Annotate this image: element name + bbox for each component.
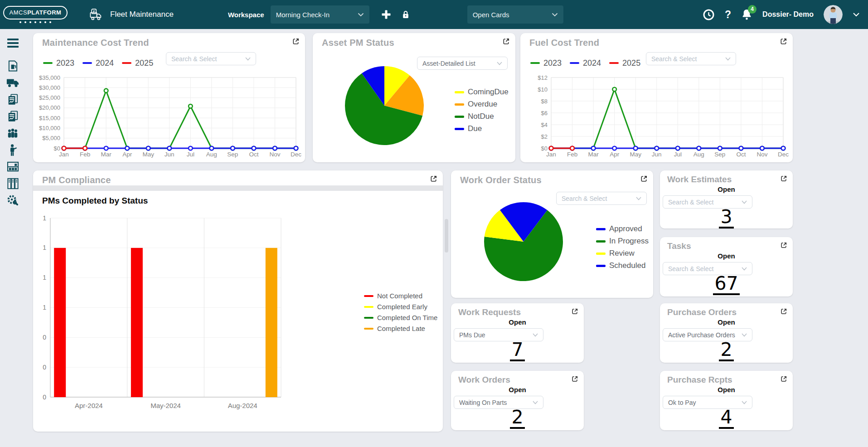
sidebar-icon-list	[6, 60, 19, 206]
legend-item[interactable]: Approved	[596, 224, 649, 233]
personnel-icon[interactable]	[6, 127, 19, 139]
legend-item[interactable]: 2023	[530, 58, 562, 68]
card-purchase-orders: Purchase Orders Open Active Purchase Ord…	[660, 303, 793, 363]
expand-icon[interactable]	[780, 175, 787, 182]
legend-item[interactable]: 2024	[570, 58, 601, 68]
legend-item[interactable]: Due	[455, 124, 509, 133]
status-label: Open	[660, 318, 793, 326]
work-estimates-filter-select[interactable]: Search & Select	[663, 195, 752, 209]
help-icon[interactable]: ?	[725, 9, 731, 21]
expand-icon[interactable]	[292, 38, 300, 45]
legend-swatch	[596, 240, 606, 243]
legend-swatch	[122, 62, 131, 64]
vertical-scrollbar-thumb[interactable]	[445, 219, 448, 253]
work-orders-count-link[interactable]: 2	[510, 408, 524, 429]
user-name[interactable]: Dossier- Demo	[762, 10, 814, 19]
purchase-rcpts-count-link[interactable]: 4	[719, 408, 733, 429]
asset-pm-status-chart[interactable]	[344, 66, 424, 146]
maintenance-cost-trend-chart[interactable]: JanFebMarAprMayJunJulAugSepOctNovDec$35,…	[37, 73, 301, 159]
svg-text:Aug: Aug	[206, 151, 217, 158]
work-requests-count-link[interactable]: 7	[510, 340, 524, 361]
work-orders-filter-select[interactable]: Waiting On Parts	[454, 396, 543, 409]
legend-label: Overdue	[468, 100, 497, 109]
menu-icon[interactable]	[7, 38, 19, 48]
chevron-down-icon	[497, 62, 502, 65]
chevron-down-icon	[552, 13, 558, 17]
legend-item[interactable]: Overdue	[455, 100, 509, 109]
pms-completed-by-status-chart[interactable]: 1111000Apr-2024May-2024Aug-2024	[38, 214, 285, 415]
work-request-report-icon[interactable]	[7, 110, 19, 122]
legend-item[interactable]: 2024	[82, 58, 114, 68]
notifications-bell-icon[interactable]: 4	[741, 9, 752, 21]
svg-text:$8: $8	[541, 98, 548, 105]
avatar[interactable]	[824, 5, 843, 24]
select-value: PMs Due	[459, 331, 485, 339]
legend-item[interactable]: Review	[596, 249, 649, 258]
lock-icon[interactable]	[401, 9, 410, 20]
expand-icon[interactable]	[571, 375, 578, 383]
legend-item[interactable]: Completed Early	[364, 303, 437, 311]
expand-icon[interactable]	[502, 38, 510, 45]
legend-item[interactable]: Completed On Time	[364, 314, 437, 321]
technician-icon[interactable]	[8, 144, 17, 156]
legend-swatch	[82, 62, 92, 64]
work-estimates-count-link[interactable]: 3	[719, 208, 733, 228]
asset-pm-filter-select[interactable]: Asset-Detailed List	[417, 57, 508, 70]
work-order-report-icon[interactable]	[7, 93, 19, 106]
svg-text:$25,000: $25,000	[39, 94, 60, 101]
select-value: Waiting On Parts	[459, 399, 507, 406]
legend-item[interactable]: Completed Late	[364, 325, 437, 332]
expand-icon[interactable]	[640, 175, 648, 183]
workspace-select[interactable]: Morning Check-In	[271, 5, 369, 24]
select-value: Asset-Detailed List	[422, 60, 475, 67]
legend-label: In Progress	[609, 237, 649, 246]
fuel-cost-trend-chart[interactable]: JanFebMarAprMayJunJulAugSepOctNovDec$12$…	[524, 73, 789, 159]
work-requests-filter-select[interactable]: PMs Due	[454, 328, 543, 341]
legend-swatch	[596, 253, 606, 255]
card-purchase-rcpts: Purchase Rcpts Open Ok to Pay 4	[660, 371, 793, 430]
parts-shelf-icon[interactable]	[7, 160, 19, 173]
legend-item[interactable]: In Progress	[596, 237, 649, 246]
fuel-filter-select[interactable]: Search & Select	[646, 52, 736, 65]
legend-item[interactable]: 2025	[609, 58, 640, 68]
open-cards-select[interactable]: Open Cards	[467, 5, 563, 24]
legend-item[interactable]: NotDue	[455, 112, 509, 121]
expand-icon[interactable]	[780, 308, 787, 315]
amcs-platform-logo[interactable]: AMCSPLATFORM	[6, 6, 64, 23]
fuel-card-icon[interactable]	[7, 60, 19, 72]
expand-icon[interactable]	[780, 242, 787, 249]
work-order-status-chart[interactable]	[484, 202, 563, 282]
expand-icon[interactable]	[430, 175, 437, 183]
storage-cabinets-icon[interactable]	[7, 177, 19, 189]
expand-icon[interactable]	[780, 38, 787, 45]
svg-text:Feb: Feb	[567, 151, 577, 158]
shop-settings-icon[interactable]	[6, 194, 19, 206]
chevron-down-icon	[533, 333, 538, 337]
card-work-orders: Work Orders Open Waiting On Parts 2	[451, 371, 584, 430]
expand-icon[interactable]	[571, 308, 578, 315]
svg-text:Dec: Dec	[291, 151, 301, 158]
purchase-rcpts-filter-select[interactable]: Ok to Pay	[663, 396, 752, 409]
tasks-filter-select[interactable]: Search & Select	[663, 262, 752, 275]
legend-item[interactable]: ComingDue	[455, 87, 509, 97]
legend-item[interactable]: 2023	[43, 58, 74, 68]
add-workspace-button[interactable]	[381, 10, 391, 19]
svg-text:Jun: Jun	[165, 151, 175, 158]
legend-item[interactable]: Scheduled	[596, 261, 649, 270]
user-menu-chevron-icon[interactable]	[853, 12, 860, 17]
purchase-orders-count-link[interactable]: 2	[719, 340, 733, 361]
legend-item[interactable]: Not Completed	[364, 292, 437, 300]
legend-item[interactable]: 2025	[122, 58, 153, 68]
svg-text:$15,000: $15,000	[39, 115, 60, 121]
left-sidebar	[0, 29, 25, 447]
svg-text:Jan: Jan	[546, 151, 556, 158]
work-order-status-filter-select[interactable]: Search & Select	[556, 192, 647, 205]
horizontal-scrollbar[interactable]	[33, 185, 443, 191]
maintenance-filter-select[interactable]: Search & Select	[166, 52, 256, 65]
truck-icon[interactable]	[6, 77, 19, 89]
clock-icon[interactable]	[703, 9, 715, 21]
tasks-count-link[interactable]: 67	[713, 274, 739, 295]
purchase-orders-filter-select[interactable]: Active Purchase Orders	[663, 328, 752, 341]
topbar-right-cluster: ? 4 Dossier- Demo	[703, 5, 860, 24]
expand-icon[interactable]	[780, 375, 787, 383]
